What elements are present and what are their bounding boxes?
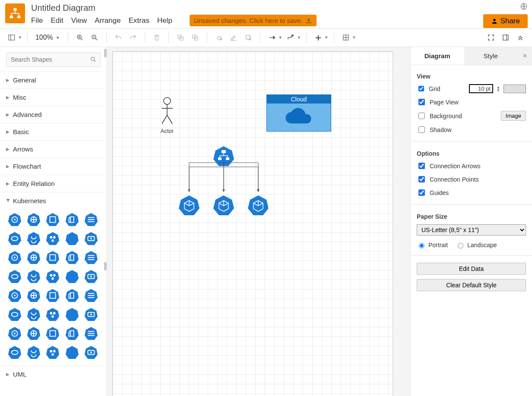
- kubernetes-shape-tile[interactable]: [8, 232, 22, 245]
- search-shapes-field[interactable]: [6, 52, 101, 67]
- kubernetes-shape-tile[interactable]: [46, 327, 60, 340]
- table-button[interactable]: [339, 31, 352, 44]
- canvas[interactable]: Actor Cloud: [107, 47, 410, 396]
- hierarchy-shape[interactable]: [177, 145, 268, 219]
- kubernetes-shape-tile[interactable]: [65, 213, 79, 226]
- kubernetes-shape-tile[interactable]: [46, 213, 60, 226]
- menu-edit[interactable]: Edit: [51, 16, 63, 25]
- kubernetes-shape-tile[interactable]: [27, 251, 41, 264]
- kubernetes-shape-tile[interactable]: [27, 346, 41, 359]
- kubernetes-shape-tile[interactable]: [27, 327, 41, 340]
- shadow-checkbox[interactable]: [418, 126, 425, 133]
- grid-color-swatch[interactable]: [504, 85, 526, 93]
- menu-file[interactable]: File: [31, 16, 43, 25]
- scrollbar-thumb[interactable]: [104, 49, 107, 57]
- menu-extras[interactable]: Extras: [129, 16, 149, 25]
- redo-button[interactable]: [127, 31, 139, 44]
- menu-help[interactable]: Help: [157, 16, 172, 25]
- fullscreen-button[interactable]: [484, 31, 497, 44]
- kubernetes-shape-tile[interactable]: [65, 270, 79, 283]
- grid-checkbox[interactable]: [418, 86, 424, 91]
- format-panel-toggle[interactable]: [499, 31, 512, 44]
- kubernetes-shape-tile[interactable]: [27, 289, 41, 302]
- category-misc[interactable]: ▶Misc: [0, 88, 107, 106]
- to-back-button[interactable]: [189, 31, 202, 44]
- clear-style-button[interactable]: Clear Default Style: [417, 279, 526, 291]
- kubernetes-shape-tile[interactable]: [65, 327, 79, 340]
- kubernetes-shape-tile[interactable]: [27, 213, 41, 226]
- undo-button[interactable]: [112, 31, 125, 44]
- kubernetes-shape-tile[interactable]: [65, 308, 79, 321]
- insert-button[interactable]: ＋: [312, 31, 325, 44]
- line-color-button[interactable]: [227, 31, 240, 44]
- kubernetes-shape-tile[interactable]: [27, 270, 41, 283]
- kubernetes-shape-tile[interactable]: [84, 232, 98, 245]
- app-logo[interactable]: [5, 3, 25, 23]
- paper-size-select[interactable]: US-Letter (8,5" x 11"): [417, 224, 526, 236]
- close-panel-button[interactable]: ✕: [517, 47, 532, 65]
- actor-shape[interactable]: Actor: [158, 97, 176, 134]
- cloud-shape[interactable]: Cloud: [266, 94, 331, 132]
- category-basic[interactable]: ▶Basic: [0, 123, 107, 140]
- document-title[interactable]: Untitled Diagram: [31, 2, 477, 14]
- grid-size-stepper[interactable]: ▲▼: [497, 86, 500, 92]
- grid-size-input[interactable]: 10 pt: [469, 84, 493, 93]
- portrait-radio[interactable]: Portrait: [417, 242, 448, 248]
- kubernetes-shape-tile[interactable]: [8, 251, 22, 264]
- kubernetes-shape-tile[interactable]: [84, 251, 98, 264]
- conn-points-checkbox[interactable]: [418, 176, 425, 182]
- edit-data-button[interactable]: Edit Data: [417, 263, 526, 275]
- sidebar-toggle-button[interactable]: [5, 31, 18, 44]
- guides-checkbox[interactable]: [418, 189, 425, 196]
- kubernetes-shape-tile[interactable]: [84, 327, 98, 340]
- kubernetes-shape-tile[interactable]: [84, 270, 98, 283]
- kubernetes-shape-tile[interactable]: [8, 308, 22, 321]
- scrollbar-thumb[interactable]: [104, 262, 107, 270]
- delete-button[interactable]: [150, 31, 163, 44]
- kubernetes-shape-tile[interactable]: [65, 232, 79, 245]
- kubernetes-shape-tile[interactable]: [84, 213, 98, 226]
- category-entity[interactable]: ▶Entity Relation: [0, 175, 107, 192]
- kubernetes-shape-tile[interactable]: [8, 289, 22, 302]
- kubernetes-shape-tile[interactable]: [46, 308, 60, 321]
- kubernetes-shape-tile[interactable]: [8, 327, 22, 340]
- category-advanced[interactable]: ▶Advanced: [0, 106, 107, 123]
- connection-style-button[interactable]: [266, 31, 279, 44]
- collapse-button[interactable]: [514, 31, 527, 44]
- conn-arrows-checkbox[interactable]: [418, 163, 425, 169]
- landscape-radio[interactable]: Landscape: [456, 242, 497, 248]
- category-uml[interactable]: ▶UML: [0, 365, 107, 383]
- to-front-button[interactable]: [174, 31, 187, 44]
- background-checkbox[interactable]: [418, 113, 425, 119]
- pageview-checkbox[interactable]: [418, 99, 425, 105]
- menu-arrange[interactable]: Arrange: [95, 16, 120, 25]
- kubernetes-shape-tile[interactable]: [46, 270, 60, 283]
- kubernetes-shape-tile[interactable]: [65, 251, 79, 264]
- kubernetes-shape-tile[interactable]: [65, 346, 79, 359]
- fill-color-button[interactable]: [212, 31, 225, 44]
- kubernetes-shape-tile[interactable]: [8, 270, 22, 283]
- menu-view[interactable]: View: [71, 16, 87, 25]
- zoom-in-button[interactable]: [73, 31, 86, 44]
- zoom-out-button[interactable]: [88, 31, 101, 44]
- image-button[interactable]: Image: [501, 111, 526, 121]
- kubernetes-shape-tile[interactable]: [84, 308, 98, 321]
- kubernetes-shape-tile[interactable]: [46, 251, 60, 264]
- language-icon[interactable]: [520, 3, 528, 12]
- category-flowchart[interactable]: ▶Flowchart: [0, 157, 107, 175]
- kubernetes-shape-tile[interactable]: [46, 232, 60, 245]
- category-kubernetes[interactable]: ▶Kubernetes: [0, 192, 107, 209]
- waypoint-style-button[interactable]: [284, 31, 297, 44]
- kubernetes-shape-tile[interactable]: [27, 308, 41, 321]
- kubernetes-shape-tile[interactable]: [8, 346, 22, 359]
- kubernetes-shape-tile[interactable]: [46, 289, 60, 302]
- zoom-dropdown[interactable]: 100%▼: [33, 34, 63, 41]
- kubernetes-shape-tile[interactable]: [27, 232, 41, 245]
- shadow-button[interactable]: [242, 31, 255, 44]
- kubernetes-shape-tile[interactable]: [8, 213, 22, 226]
- kubernetes-shape-tile[interactable]: [46, 346, 60, 359]
- unsaved-banner[interactable]: Unsaved changes. Click here to save.: [190, 15, 317, 26]
- tab-diagram[interactable]: Diagram: [411, 47, 464, 65]
- paper[interactable]: Actor Cloud: [112, 51, 393, 396]
- kubernetes-shape-tile[interactable]: [84, 289, 98, 302]
